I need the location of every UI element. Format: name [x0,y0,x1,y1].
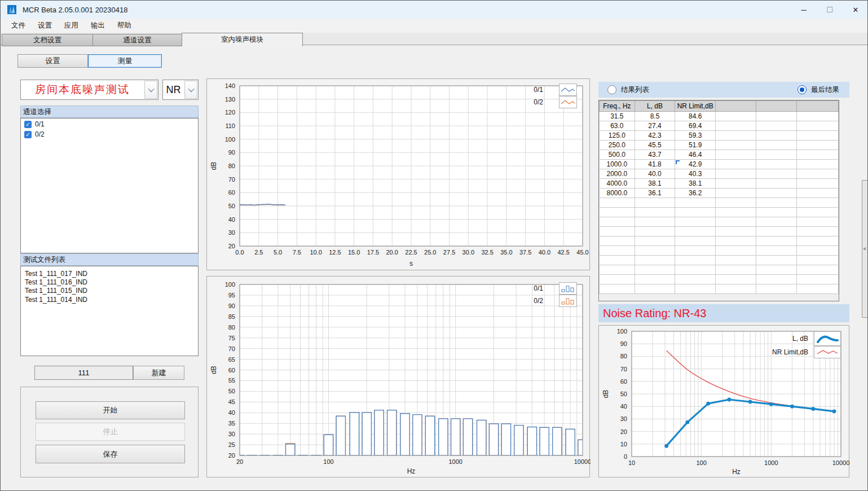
svg-text:37.5: 37.5 [519,249,531,256]
nr-chart-panel: 010203040506070809010010100100010000HzdB… [598,325,849,477]
table-row[interactable]: 1000.041.842.9 [600,160,839,169]
file-list-item[interactable]: Test 1_111_015_IND [21,287,198,295]
svg-text:30: 30 [228,229,235,236]
svg-text:0: 0 [624,453,627,460]
svg-text:32.5: 32.5 [481,249,493,256]
checkbox-checked-icon[interactable]: ✓ [24,131,32,138]
svg-text:20.0: 20.0 [386,249,398,256]
table-row [600,246,839,256]
svg-text:1000: 1000 [764,459,778,466]
file-list-item[interactable]: Test 1_111_017_IND [21,270,198,278]
svg-text:80: 80 [228,163,235,169]
time-history-chart: 0.02.55.07.510.012.515.017.520.022.525.0… [207,79,591,271]
svg-text:70: 70 [620,366,627,372]
table-row[interactable]: 31.58.584.6 [600,112,839,121]
test-type-dropdown-arrow[interactable] [144,81,157,99]
svg-text:100: 100 [323,458,333,465]
svg-text:25: 25 [228,441,235,448]
table-row[interactable]: 63.027.469.4 [600,121,839,131]
table-header-cell: Freq., Hz [600,101,635,112]
legend-entry: 0/2 [534,96,577,108]
chevron-down-icon [188,86,194,92]
test-file-list: Test 1_111_017_IND Test 1_111_016_IND Te… [20,266,199,356]
menu-output[interactable]: 输出 [85,19,111,33]
svg-text:100: 100 [225,281,235,288]
checkbox-checked-icon[interactable]: ✓ [24,121,32,128]
subtab-measure[interactable]: 测量 [88,54,162,68]
chevron-left-icon: < [863,246,866,252]
test-type-combobox[interactable]: 房间本底噪声测试 [20,80,158,100]
menu-file[interactable]: 文件 [5,19,32,33]
tab-channel-settings[interactable]: 通道设置 [92,34,182,46]
menu-application[interactable]: 应用 [58,19,85,33]
minimize-button[interactable]: ─ [791,1,817,19]
svg-text:s: s [409,260,413,268]
menu-settings[interactable]: 设置 [32,19,58,33]
table-row[interactable]: 125.042.359.3 [600,131,839,141]
channel-item[interactable]: ✓ 0/1 [21,119,198,129]
table-row [600,284,839,294]
svg-text:10.0: 10.0 [310,249,321,256]
close-button[interactable]: ✕ [843,1,868,19]
svg-text:40.0: 40.0 [539,249,550,256]
file-list-item[interactable]: Test 1_111_016_IND [21,278,198,287]
tab-indoor-noise-module[interactable]: 室内噪声模块 [182,33,303,46]
svg-text:dB: dB [210,366,218,374]
legend-entry: NR Limit,dB [772,346,841,358]
svg-text:Hz: Hz [407,467,416,475]
thin-line-legend-icon [814,346,841,358]
svg-text:70: 70 [228,176,235,183]
rating-dropdown-arrow[interactable] [184,81,197,99]
svg-text:95: 95 [228,292,235,299]
table-header-cell [716,101,756,112]
svg-text:65: 65 [228,356,235,363]
app-logo-icon [7,5,17,15]
subtab-settings[interactable]: 设置 [17,54,88,68]
last-result-radio[interactable]: 最后结果 [797,85,839,95]
svg-text:20: 20 [236,458,243,465]
svg-text:50: 50 [620,391,627,397]
svg-text:60: 60 [228,189,235,196]
table-row[interactable]: 8000.036.136.2 [600,188,839,198]
radio-unselected-icon[interactable] [607,85,616,94]
table-row[interactable]: 250.045.551.9 [600,141,839,150]
panel-collapse-handle[interactable]: < [862,180,868,318]
menu-help[interactable]: 帮助 [111,19,138,33]
table-row [600,198,839,208]
svg-text:100: 100 [617,328,627,335]
save-button[interactable]: 保存 [36,445,185,463]
svg-text:90: 90 [620,340,627,347]
spectrum-chart-panel: 2025303540455055606570758085909510020100… [206,276,590,477]
channel-item[interactable]: ✓ 0/2 [21,129,198,139]
bar-legend-icon [559,295,577,307]
svg-text:90: 90 [228,149,235,156]
svg-text:15.0: 15.0 [348,249,360,256]
noise-rating-banner: Noise Rating: NR-43 [598,304,849,322]
channel-list: ✓ 0/1 ✓ 0/2 [20,118,199,253]
rating-combobox[interactable]: NR [162,80,199,100]
table-row[interactable]: 4000.038.138.1 [600,179,839,188]
results-table-container: Freq., HzL, dBNR Limit,dB31.58.584.663.0… [598,100,839,301]
new-button[interactable]: 新建 [133,366,184,380]
line-legend-icon [559,96,577,108]
tab-document-settings[interactable]: 文档设置 [2,34,93,46]
table-row[interactable]: 500.043.746.4 [600,150,839,160]
svg-text:20: 20 [228,243,235,249]
svg-text:140: 140 [225,82,235,89]
table-row[interactable]: 2000.040.040.3 [600,169,839,179]
start-button[interactable]: 开始 [36,401,185,419]
svg-text:45.0: 45.0 [576,249,588,256]
file-list-item[interactable]: Test 1_111_014_IND [21,296,198,304]
maximize-button[interactable]: ☐ [817,1,843,19]
svg-text:60: 60 [228,367,235,374]
result-list-radio[interactable]: 结果列表 [607,85,649,95]
chevron-down-icon [148,86,154,92]
bar-legend-icon [559,282,577,295]
svg-text:50: 50 [228,388,235,394]
svg-text:10000: 10000 [832,459,850,466]
rating-value: NR [163,80,184,99]
svg-text:100: 100 [225,136,235,143]
radio-selected-icon[interactable] [797,85,807,94]
test-name-input[interactable] [34,366,133,380]
table-row [600,208,839,217]
